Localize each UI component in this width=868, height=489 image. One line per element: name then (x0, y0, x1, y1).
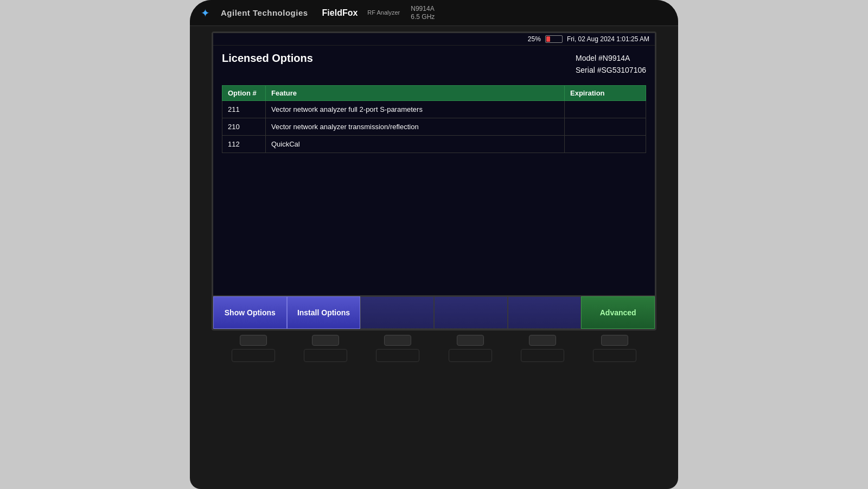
frequency: 6.5 GHz (411, 13, 435, 21)
brand-logo-icon: ✦ (201, 7, 210, 20)
expiration (565, 100, 646, 118)
model-label: Model #N9914A (576, 52, 646, 64)
softkey-bar: Show Options Install Options Advanced (213, 295, 655, 329)
phys-btn2-3[interactable] (376, 349, 419, 362)
feature-name: QuickCal (266, 135, 565, 153)
page-title: Licensed Options (222, 52, 313, 65)
col-option: Option # (222, 85, 266, 100)
phys-btn2-5[interactable] (521, 349, 564, 362)
product-subtitle: RF Analyzer (367, 9, 400, 16)
table-row: 210 Vector network analyzer transmission… (222, 118, 646, 135)
option-number: 211 (222, 100, 266, 118)
model-number: N9914A (411, 5, 435, 12)
phys-btn2-1[interactable] (232, 349, 275, 362)
phys-btn2-2[interactable] (304, 349, 347, 362)
softkey-5[interactable] (508, 296, 582, 329)
screen-header: Licensed Options Model #N9914A Serial #S… (222, 52, 646, 77)
expiration (565, 118, 646, 135)
col-expiration: Expiration (565, 85, 646, 100)
phys-btn2-4[interactable] (449, 349, 492, 362)
status-bar: 25% Fri, 02 Aug 2024 1:01:25 AM (213, 33, 655, 46)
device-info: Model #N9914A Serial #SG53107106 (576, 52, 646, 77)
battery-outer (545, 35, 563, 43)
screen: 25% Fri, 02 Aug 2024 1:01:25 AM Licensed… (213, 33, 655, 329)
feature-name: Vector network analyzer transmission/ref… (266, 118, 565, 135)
table-header: Option # Feature Expiration (222, 85, 646, 100)
option-number: 210 (222, 118, 266, 135)
physical-buttons-row2 (212, 349, 656, 362)
advanced-button[interactable]: Advanced (581, 296, 655, 329)
feature-name: Vector network analyzer full 2-port S-pa… (266, 100, 565, 118)
model-info-block: N9914A 6.5 GHz (409, 5, 435, 21)
option-number: 112 (222, 135, 266, 153)
screen-container: 25% Fri, 02 Aug 2024 1:01:25 AM Licensed… (212, 31, 656, 331)
phys-btn-4[interactable] (457, 335, 484, 346)
col-feature: Feature (266, 85, 565, 100)
options-table: Option # Feature Expiration 211 Vector n… (222, 85, 646, 153)
softkey-3[interactable] (360, 296, 434, 329)
product-name: FieldFox (322, 8, 358, 18)
phys-btn-3[interactable] (384, 335, 411, 346)
battery-fill (546, 36, 550, 42)
softkey-4[interactable] (434, 296, 508, 329)
battery-icon (545, 35, 563, 43)
phys-btn-1[interactable] (240, 335, 267, 346)
physical-buttons-row1 (212, 335, 656, 346)
table-row: 112 QuickCal (222, 135, 646, 153)
serial-label: Serial #SG53107106 (576, 64, 646, 76)
table-body: 211 Vector network analyzer full 2-port … (222, 100, 646, 153)
phys-btn-5[interactable] (529, 335, 556, 346)
phys-btn-2[interactable] (312, 335, 339, 346)
phys-btn-6[interactable] (601, 335, 628, 346)
screen-content: Licensed Options Model #N9914A Serial #S… (213, 46, 655, 295)
datetime: Fri, 02 Aug 2024 1:01:25 AM (567, 35, 649, 43)
table-row: 211 Vector network analyzer full 2-port … (222, 100, 646, 118)
install-options-button[interactable]: Install Options (287, 296, 361, 329)
battery-percent: 25% (528, 35, 541, 43)
show-options-button[interactable]: Show Options (213, 296, 287, 329)
phys-btn2-6[interactable] (593, 349, 636, 362)
product-sub-info: RF Analyzer (366, 9, 400, 16)
expiration (565, 135, 646, 153)
brand-name: Agilent Technologies (221, 8, 308, 17)
top-bar: ✦ Agilent Technologies FieldFox RF Analy… (190, 0, 678, 26)
device-body: ✦ Agilent Technologies FieldFox RF Analy… (190, 0, 678, 489)
